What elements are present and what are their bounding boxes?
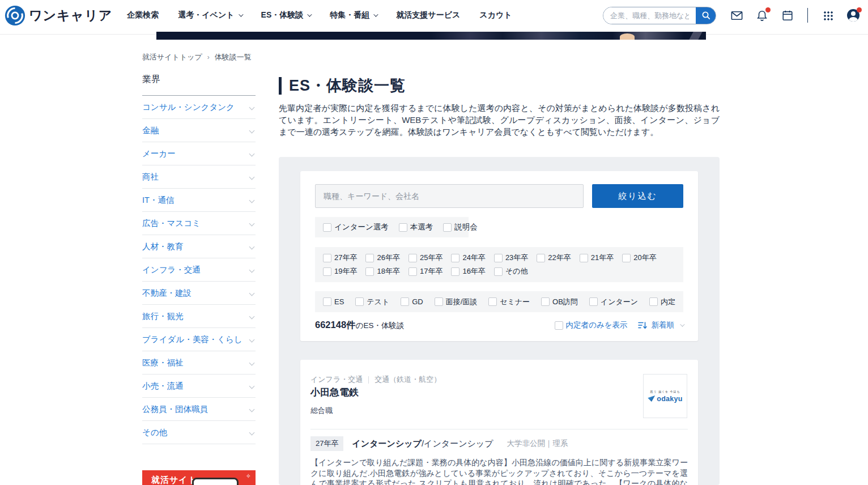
- sidebar-industry-item[interactable]: その他: [142, 421, 256, 444]
- sidebar-industry-item[interactable]: 医療・福祉: [142, 351, 256, 375]
- checkbox[interactable]: [323, 223, 331, 232]
- grad-year-option[interactable]: 17年卒: [409, 266, 442, 276]
- sidebar-industry-item[interactable]: ブライダル・美容・くらし: [142, 328, 256, 351]
- grad-year-option[interactable]: 22年卒: [537, 253, 571, 263]
- sort-button[interactable]: [638, 321, 647, 329]
- chevron-right-icon: ›: [207, 53, 210, 61]
- nav-item[interactable]: スカウト: [479, 10, 512, 20]
- breadcrumb-current: 体験談一覧: [215, 52, 252, 62]
- checkbox[interactable]: [323, 267, 331, 276]
- checkbox[interactable]: [580, 254, 588, 262]
- experience-card[interactable]: インフラ・交通 交通（鉄道・航空） 小田急電鉄 総合職 思う 描くを 今日も o…: [300, 360, 698, 485]
- mail-button[interactable]: [730, 8, 743, 22]
- grad-year-option[interactable]: 18年卒: [365, 266, 399, 276]
- calendar-button[interactable]: [781, 8, 794, 22]
- sidebar-industry-item[interactable]: 旅行・観光: [142, 305, 256, 328]
- step-type-option[interactable]: 面接/面談: [435, 297, 478, 307]
- checkbox[interactable]: [537, 254, 545, 262]
- odakyu-logo-mark-icon: [648, 395, 655, 402]
- checkbox[interactable]: [435, 297, 443, 306]
- sidebar-industry-item[interactable]: 商社: [142, 165, 256, 189]
- results-summary-row: 662148 件 のES・体験談 内定者のみを表示: [315, 318, 683, 333]
- apps-menu-button[interactable]: [821, 8, 835, 22]
- checkbox[interactable]: [622, 254, 631, 262]
- checkbox[interactable]: [323, 297, 331, 306]
- step-type-option[interactable]: インターン: [589, 297, 638, 307]
- results-controls: 内定者のみを表示 新着順: [555, 320, 683, 330]
- sidebar-industry-item[interactable]: IT・通信: [142, 189, 256, 212]
- checkbox[interactable]: [494, 254, 503, 262]
- checkbox[interactable]: [399, 223, 407, 232]
- grad-year-option[interactable]: 20年卒: [622, 253, 656, 263]
- sidebar-industry-item[interactable]: 小売・流通: [142, 375, 256, 398]
- checkbox[interactable]: [488, 297, 497, 306]
- nav-item[interactable]: 就活支援サービス: [396, 10, 460, 20]
- sidebar-industry-item[interactable]: 金融: [142, 119, 256, 142]
- company-name-link[interactable]: 小田急電鉄: [310, 386, 359, 399]
- nav-item[interactable]: ES・体験談: [261, 10, 311, 20]
- step-type-option[interactable]: テスト: [355, 297, 389, 307]
- sidebar-industry-item[interactable]: メーカー: [142, 142, 256, 165]
- checkbox[interactable]: [589, 297, 598, 306]
- brand-logo[interactable]: ワンキャリア: [5, 5, 112, 26]
- chevron-down-icon: [249, 360, 255, 365]
- header-search-input[interactable]: [603, 7, 696, 24]
- grad-year-option[interactable]: 23年卒: [494, 253, 528, 263]
- promo-banner[interactable]: 就活サイト: [142, 470, 256, 485]
- nav-item[interactable]: 企業検索: [127, 10, 159, 20]
- grad-year-option[interactable]: その他: [494, 266, 528, 276]
- company-job-type: 総合職: [310, 406, 333, 416]
- checkbox[interactable]: [323, 254, 331, 262]
- checkbox[interactable]: [649, 297, 658, 306]
- global-header: ワンキャリア 企業検索 選考・イベント ES・体験談: [0, 0, 868, 35]
- step-type-option[interactable]: OB訪問: [541, 297, 578, 307]
- checkbox[interactable]: [365, 254, 374, 262]
- grad-year-option[interactable]: 19年卒: [323, 266, 357, 276]
- notifications-button[interactable]: [755, 8, 769, 22]
- grad-year-option[interactable]: 21年卒: [580, 253, 614, 263]
- sidebar-industry-item[interactable]: インフラ・交通: [142, 258, 256, 282]
- grad-year-option[interactable]: 16年卒: [451, 266, 485, 276]
- sidebar-industry-item[interactable]: 公務員・団体職員: [142, 398, 256, 421]
- step-type-option[interactable]: 内定: [649, 297, 675, 307]
- header-search-button[interactable]: [696, 7, 716, 24]
- selection-type-option[interactable]: 説明会: [443, 222, 478, 232]
- selection-type-option[interactable]: 本選考: [399, 222, 433, 232]
- step-type-option[interactable]: GD: [401, 297, 423, 306]
- checkbox[interactable]: [555, 321, 563, 330]
- keyword-search-input[interactable]: [315, 184, 584, 208]
- chevron-down-icon: [249, 127, 255, 133]
- grad-year-option[interactable]: 27年卒: [323, 253, 357, 263]
- checkbox[interactable]: [355, 297, 364, 306]
- sidebar-industry-item[interactable]: 広告・マスコミ: [142, 212, 256, 235]
- step-type-option[interactable]: セミナー: [488, 297, 530, 307]
- university-major-meta: 大学非公開｜理系: [507, 439, 568, 449]
- grad-year-option[interactable]: 26年卒: [365, 253, 399, 263]
- sidebar-industry-item[interactable]: コンサル・シンクタンク: [142, 96, 256, 119]
- sidebar-industry-item[interactable]: 不動産・建設: [142, 282, 256, 305]
- account-button[interactable]: [846, 8, 860, 22]
- checkbox[interactable]: [401, 297, 409, 306]
- checkbox[interactable]: [494, 267, 503, 276]
- grad-year-option[interactable]: 25年卒: [409, 253, 442, 263]
- checkbox[interactable]: [365, 267, 374, 276]
- chevron-down-icon: [249, 174, 255, 180]
- sort-order-label[interactable]: 新着順: [652, 320, 675, 330]
- filter-submit-button[interactable]: 絞り込む: [592, 184, 683, 208]
- grad-year-option[interactable]: 24年卒: [451, 253, 485, 263]
- checkbox[interactable]: [541, 297, 550, 306]
- checkbox[interactable]: [409, 267, 417, 276]
- checkbox[interactable]: [443, 223, 452, 232]
- selection-type-option[interactable]: インターン選考: [323, 222, 389, 232]
- nav-item[interactable]: 選考・イベント: [178, 10, 241, 20]
- step-type-option[interactable]: ES: [323, 297, 344, 306]
- checkbox[interactable]: [451, 267, 459, 276]
- breadcrumb-home-link[interactable]: 就活サイトトップ: [142, 52, 202, 62]
- sparkle-icon: [246, 473, 251, 480]
- checkbox[interactable]: [409, 254, 417, 262]
- checkbox[interactable]: [451, 254, 459, 262]
- naitei-only-toggle[interactable]: 内定者のみを表示: [555, 320, 628, 330]
- company-logo-tagline: 思う 描くを 今日も: [650, 390, 680, 393]
- sidebar-industry-item[interactable]: 人材・教育: [142, 235, 256, 258]
- nav-item[interactable]: 特集・番組: [330, 10, 377, 20]
